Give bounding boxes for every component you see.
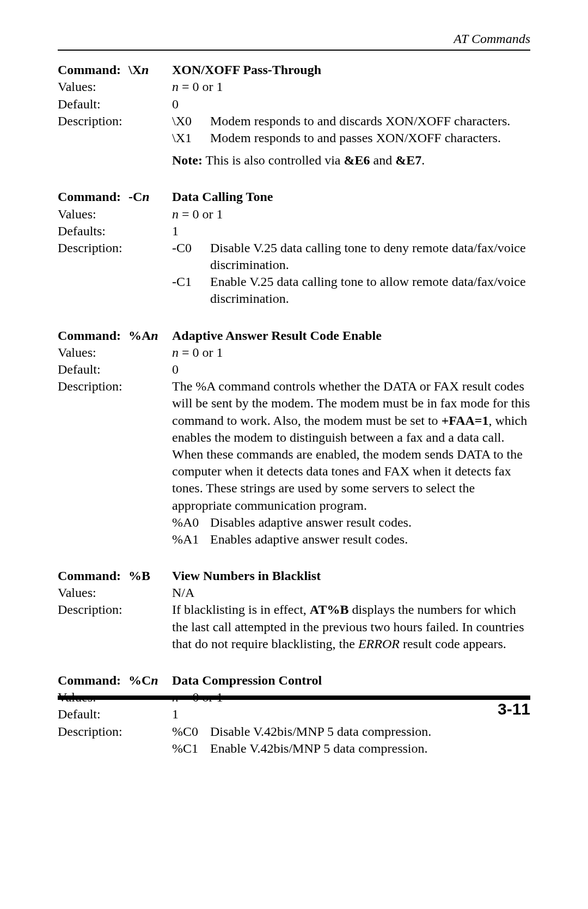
option-code: -C1 bbox=[172, 273, 210, 290]
option-text: Disable V.42bis/MNP 5 data compression. bbox=[210, 723, 530, 740]
option-code: \X0 bbox=[172, 113, 210, 130]
label-command: Command: bbox=[58, 672, 128, 689]
label-command: Command: bbox=[58, 327, 128, 344]
label-values: Values: bbox=[58, 206, 128, 223]
default-text: 0 bbox=[172, 361, 530, 378]
label-default: Default: bbox=[58, 706, 128, 723]
command-title: Data Calling Tone bbox=[172, 188, 530, 205]
note-text: Note: This is also controlled via &E6 an… bbox=[172, 152, 530, 169]
label-description: Description: bbox=[58, 240, 128, 257]
option-text: Enable V.25 data calling tone to allow r… bbox=[210, 273, 530, 307]
label-command: Command: bbox=[58, 568, 128, 584]
command-code: -Cn bbox=[128, 188, 172, 205]
page: AT Commands Command: \Xn XON/XOFF Pass-T… bbox=[0, 0, 588, 909]
default-text: 0 bbox=[172, 96, 530, 113]
label-values: Values: bbox=[58, 78, 128, 95]
command-title: Adaptive Answer Result Code Enable bbox=[172, 327, 530, 344]
command-section: Command: -Cn Data Calling Tone Values: n… bbox=[58, 188, 530, 307]
option-code: -C0 bbox=[172, 240, 210, 257]
command-code: %Cn bbox=[128, 672, 172, 689]
footer-rule bbox=[58, 696, 530, 700]
default-text: 1 bbox=[172, 223, 530, 240]
option-text: Modem responds to and passes XON/XOFF ch… bbox=[210, 130, 530, 147]
label-defaults: Defaults: bbox=[58, 223, 128, 240]
command-section: Command: %Cn Data Compression Control Va… bbox=[58, 672, 530, 757]
label-values: Values: bbox=[58, 344, 128, 361]
option-code: %A0 bbox=[172, 514, 210, 531]
command-title: View Numbers in Blacklist bbox=[172, 568, 530, 584]
command-code: \Xn bbox=[128, 62, 172, 78]
command-section: Command: \Xn XON/XOFF Pass-Through Value… bbox=[58, 62, 530, 169]
option-text: Disable V.25 data calling tone to deny r… bbox=[210, 240, 530, 273]
option-row: %A0 Disables adaptive answer result code… bbox=[172, 514, 530, 531]
option-row: -C0 Disable V.25 data calling tone to de… bbox=[172, 240, 530, 273]
option-code: %C0 bbox=[172, 723, 210, 740]
option-row: %C1 Enable V.42bis/MNP 5 data compressio… bbox=[172, 740, 530, 757]
command-code: %B bbox=[128, 568, 172, 584]
command-section: Command: %B View Numbers in Blacklist Va… bbox=[58, 568, 530, 652]
label-description: Description: bbox=[58, 601, 128, 618]
option-code: %A1 bbox=[172, 531, 210, 548]
label-description: Description: bbox=[58, 378, 128, 395]
values-text: N/A bbox=[172, 584, 530, 601]
label-values: Values: bbox=[58, 584, 128, 601]
command-title: Data Compression Control bbox=[172, 672, 530, 689]
label-command: Command: bbox=[58, 188, 128, 205]
option-code: %C1 bbox=[172, 740, 210, 757]
option-code: \X1 bbox=[172, 130, 210, 147]
option-row: \X0 Modem responds to and discards XON/X… bbox=[172, 113, 530, 130]
default-text: 1 bbox=[172, 706, 530, 723]
label-description: Description: bbox=[58, 723, 128, 740]
option-text: Disables adaptive answer result codes. bbox=[210, 514, 530, 531]
values-text: n = 0 or 1 bbox=[172, 206, 530, 223]
values-text: n = 0 or 1 bbox=[172, 344, 530, 361]
option-text: Enables adaptive answer result codes. bbox=[210, 531, 530, 548]
option-text: Enable V.42bis/MNP 5 data compression. bbox=[210, 740, 530, 757]
description-paragraph: The %A command controls whether the DATA… bbox=[172, 378, 530, 514]
command-code: %An bbox=[128, 327, 172, 344]
command-section: Command: %An Adaptive Answer Result Code… bbox=[58, 327, 530, 548]
page-header: AT Commands bbox=[58, 30, 530, 51]
label-command: Command: bbox=[58, 62, 128, 78]
option-row: \X1 Modem responds to and passes XON/XOF… bbox=[172, 130, 530, 147]
option-text: Modem responds to and discards XON/XOFF … bbox=[210, 113, 530, 130]
label-description: Description: bbox=[58, 113, 128, 130]
description-paragraph: If blacklisting is in effect, AT%B displ… bbox=[172, 601, 530, 652]
label-default: Default: bbox=[58, 96, 128, 113]
option-row: %C0 Disable V.42bis/MNP 5 data compressi… bbox=[172, 723, 530, 740]
command-title: XON/XOFF Pass-Through bbox=[172, 62, 530, 78]
option-row: %A1 Enables adaptive answer result codes… bbox=[172, 531, 530, 548]
values-text: n = 0 or 1 bbox=[172, 78, 530, 95]
label-default: Default: bbox=[58, 361, 128, 378]
option-row: -C1 Enable V.25 data calling tone to all… bbox=[172, 273, 530, 307]
page-number: 3-11 bbox=[498, 698, 530, 719]
